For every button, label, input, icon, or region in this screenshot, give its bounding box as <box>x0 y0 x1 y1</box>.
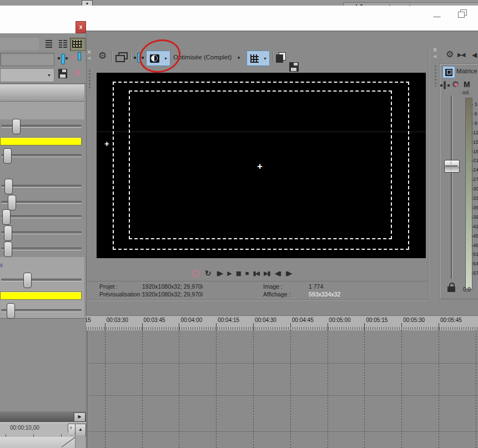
mixer-close-button[interactable]: × <box>433 47 437 53</box>
fx-slider-track[interactable] <box>1 215 82 218</box>
save-snapshot-button[interactable] <box>289 62 299 72</box>
fx-slider-thumb[interactable] <box>12 119 21 134</box>
fader-thumb[interactable] <box>444 160 460 173</box>
ruler-tick <box>216 323 217 330</box>
application-window: ▼ — x × <box>0 0 478 448</box>
track-gridline <box>364 330 365 448</box>
mixer-settings-button[interactable]: ⚙ <box>446 50 454 59</box>
track-gridline <box>328 330 328 448</box>
mixer-collapse-button[interactable]: ◀ <box>433 54 436 59</box>
bus-icon <box>447 70 451 74</box>
ruler-label: 00:04:15 <box>218 317 239 323</box>
preview-settings-button[interactable]: ⚙ <box>98 51 107 61</box>
timeline-tracks[interactable] <box>86 330 478 448</box>
fx-parameter-sliders <box>0 0 86 448</box>
panel-splitter[interactable] <box>428 47 429 300</box>
crosshair-icon: + <box>104 139 109 148</box>
mixer-bus-button[interactable] <box>442 66 455 78</box>
transport-controls: ↻▮▶▶▮▮■▮◀▶▮◀▮▮▶ <box>193 266 291 280</box>
fx-slider-track[interactable] <box>1 154 82 157</box>
solo-button[interactable]: ⚙ <box>452 80 461 89</box>
dialog-vscroll-track[interactable] <box>75 435 85 448</box>
stop-button[interactable]: ■ <box>245 270 248 276</box>
timeline-ruler[interactable]: 00:03:1500:03:3000:03:4500:04:0000:04:15… <box>86 315 478 331</box>
next-frame-button[interactable]: ▮▶ <box>285 270 291 276</box>
info-separator-light <box>88 300 427 301</box>
fx-slider-thumb[interactable] <box>4 179 13 194</box>
quality-value-dropdown[interactable]: ▼ <box>237 56 241 61</box>
edit-cursor-marker[interactable]: ‖ <box>68 424 76 436</box>
pause-button[interactable]: ▮▮ <box>236 270 240 276</box>
fx-slider-thumb[interactable] <box>4 241 12 257</box>
fx-slider-thumb[interactable] <box>8 195 16 210</box>
go-to-start-button[interactable]: ▮◀ <box>253 270 259 276</box>
go-to-end-button[interactable]: ▶▮ <box>264 270 270 276</box>
ruler-tick <box>328 323 328 330</box>
fx-slider-track[interactable] <box>1 248 82 250</box>
minimize-button[interactable]: — <box>432 12 442 20</box>
copy-snapshot-button[interactable] <box>276 52 286 62</box>
panel-grip[interactable] <box>435 66 436 87</box>
bus-icon <box>445 69 452 76</box>
play-from-start-button[interactable]: ▮▶ <box>217 270 223 276</box>
fx-slider-thumb[interactable] <box>2 209 11 225</box>
fx-value-bar <box>0 291 82 300</box>
mixer-split-button[interactable] <box>440 81 450 90</box>
ruler-label: 00:03:45 <box>144 317 165 323</box>
overlay-grid-dropdown[interactable]: ▼ <box>261 51 270 66</box>
record-button[interactable] <box>193 270 200 277</box>
collapse-panel-button[interactable]: ◀ <box>472 51 477 59</box>
overlay-grid-button[interactable] <box>246 51 262 66</box>
left-nub-icon <box>440 84 442 87</box>
preview-res-value: 1920x1080x32; 29,970i <box>142 291 203 298</box>
mute-button[interactable]: M <box>464 80 470 89</box>
fader-track[interactable] <box>451 95 452 279</box>
external-monitor-button[interactable] <box>115 52 128 62</box>
track-gridline <box>216 330 217 448</box>
previous-frame-button[interactable]: ◀▮ <box>275 270 281 276</box>
fx-slider-track[interactable] <box>1 185 82 187</box>
play-button[interactable]: ▶ <box>227 270 230 276</box>
fx-slider-track[interactable] <box>1 231 82 234</box>
ruler-tick <box>290 323 291 330</box>
fit-tracks-button[interactable]: ▶◀ <box>457 52 465 58</box>
meter-scale-label: -45 <box>471 233 478 239</box>
dialog-curve-area[interactable] <box>0 437 75 448</box>
loop-playback-button[interactable]: ↻ <box>205 269 212 277</box>
ruler-label: 00:05:30 <box>403 317 425 323</box>
toolbar-separator <box>112 51 113 62</box>
toolbar-separator <box>273 51 274 62</box>
scroll-up-button[interactable]: ▲ <box>75 424 86 436</box>
meter-scale-label: - 9 <box>471 120 477 126</box>
preview-collapse-button[interactable]: ◀ <box>87 56 90 61</box>
fx-slider-thumb[interactable] <box>4 225 12 241</box>
preview-close-button[interactable]: × <box>87 49 91 56</box>
right-nub-icon <box>447 84 450 87</box>
ruler-tick <box>142 323 143 330</box>
gain-value: 0,0 <box>463 286 471 293</box>
track-gridline <box>439 330 439 448</box>
video-preview[interactable]: + + <box>97 73 426 258</box>
ruler-label: 00:04:45 <box>292 317 314 323</box>
fader-bar-icon <box>444 81 446 89</box>
meter-scale-label: - 6 <box>471 111 477 117</box>
meter-scale-label: - 3 <box>471 102 477 107</box>
left-nub-icon <box>134 57 136 59</box>
dialog-mini-ruler[interactable]: 00:00:10,00 ‖ ▲ <box>0 422 86 437</box>
fx-slider-thumb[interactable] <box>7 303 15 319</box>
restore-button[interactable] <box>458 9 467 18</box>
track-gridline <box>142 330 143 448</box>
track-separator <box>86 395 478 396</box>
fx-slider-thumb[interactable] <box>3 148 12 164</box>
meter-scale-label: -33 <box>471 195 478 201</box>
fx-slider-thumb[interactable] <box>23 273 32 288</box>
track-gridline <box>105 330 105 448</box>
lock-button[interactable] <box>447 283 455 294</box>
scroll-right-button[interactable]: ▶ <box>74 412 85 422</box>
panel-grip[interactable] <box>89 70 90 90</box>
fx-slider-track[interactable] <box>1 279 82 281</box>
envelope-curve <box>62 437 75 447</box>
project-label: Projet : <box>99 283 118 290</box>
meter-scale: - 3- 6- 9-12-15-18-21-24-27-30-33-36-39-… <box>471 102 478 279</box>
preview-res-label: Prévisualisation : <box>99 291 143 298</box>
